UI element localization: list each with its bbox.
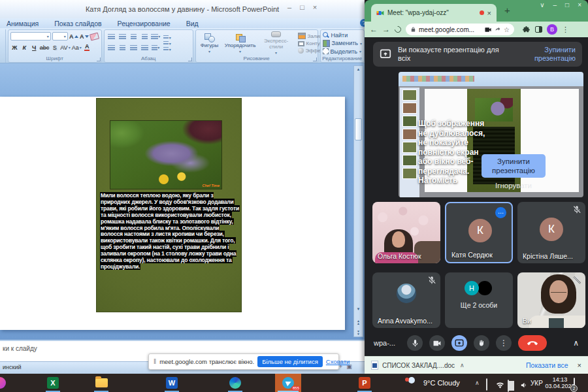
grow-font-button[interactable]: A <box>69 32 78 41</box>
present-button-active[interactable] <box>451 335 467 351</box>
share-icon[interactable] <box>495 26 501 33</box>
downloaded-file-name[interactable]: СПИСОК ЗАКЛАД....doc <box>382 362 455 369</box>
italic-button[interactable]: К <box>20 44 29 52</box>
participant-tile-katia[interactable]: К ⋯ Катя Сердюк <box>445 202 513 263</box>
hide-share-bar-link[interactable]: Сховати <box>326 358 350 365</box>
dialog-launcher-icon[interactable] <box>188 57 192 61</box>
taskbar-powerpoint-icon[interactable]: P <box>355 374 374 392</box>
downloads-bar-close-icon[interactable]: × <box>578 361 581 369</box>
side-panel-icon[interactable] <box>535 26 542 33</box>
taskbar-word-icon[interactable]: W <box>163 374 181 392</box>
character-spacing-button[interactable]: AV▾ <box>60 44 70 52</box>
new-tab-button[interactable]: + <box>504 5 510 16</box>
replace-button[interactable]: Заменить▾ <box>323 40 362 47</box>
scroll-up-icon[interactable]: ▲ <box>354 66 363 73</box>
dialog-launcher-icon[interactable] <box>313 57 317 61</box>
columns-button[interactable]: ▾ <box>151 44 161 52</box>
dialog-launcher-icon[interactable] <box>97 57 101 61</box>
select-button[interactable]: Выделить▾ <box>323 48 362 55</box>
chrome-minimize-button[interactable]: – <box>553 1 557 8</box>
clear-formatting-button[interactable] <box>90 32 99 41</box>
text-shadow-button[interactable]: S <box>50 44 59 52</box>
taskbar-excel-icon[interactable]: X <box>44 374 62 392</box>
justify-button[interactable] <box>140 44 150 52</box>
collapse-controls-icon[interactable]: ∧ <box>573 338 579 348</box>
shapes-button[interactable]: Фигуры ▾ <box>198 31 221 55</box>
device-icon[interactable] <box>486 379 487 391</box>
font-color-button[interactable]: A <box>83 44 91 52</box>
ppt-maximize-button[interactable]: □ <box>300 3 304 11</box>
font-size-combo[interactable]: ▾ <box>52 32 68 41</box>
battery-icon[interactable] <box>508 380 509 392</box>
arrange-button[interactable]: Упорядочить ▾ <box>224 31 257 55</box>
increase-indent-button[interactable] <box>140 33 150 41</box>
ppt-tab-review[interactable]: Рецензирование <box>118 20 171 27</box>
ppt-tab-view[interactable]: Вид <box>186 20 199 27</box>
keyboard-language[interactable]: УКР <box>531 380 543 387</box>
ppt-tab-animation[interactable]: Анимация <box>7 20 39 27</box>
notification-center-icon[interactable]: 2 <box>574 378 575 390</box>
numbering-button[interactable] <box>118 33 127 41</box>
shrink-font-button[interactable]: A <box>80 32 89 41</box>
mic-button[interactable] <box>407 335 423 351</box>
taskbar-app-browser-icon[interactable] <box>0 377 6 389</box>
volume-icon[interactable] <box>520 380 527 391</box>
scroll-down-icon[interactable]: ▼ <box>354 306 363 313</box>
participant-tile-anna[interactable]: Anna Avvakymo... <box>372 272 440 328</box>
next-slide-button[interactable]: ▼▼ <box>354 330 363 335</box>
download-options-icon[interactable]: ∧ <box>460 362 465 368</box>
ppt-minimize-button[interactable]: – <box>287 3 291 11</box>
ppt-close-button[interactable]: × <box>313 3 317 11</box>
ppt-vertical-scrollbar[interactable]: ▲ ▼ ▲▲ ▼▼ <box>353 65 363 337</box>
align-left-button[interactable] <box>106 44 116 52</box>
shared-screen-preview[interactable]: Щоб зображення не дублювалося, не показу… <box>399 72 583 197</box>
previous-slide-button[interactable]: ▲▲ <box>354 319 363 325</box>
slide-canvas[interactable]: Chef Time Мили волосся теплою водою, яку… <box>0 97 345 330</box>
align-center-button[interactable] <box>118 44 127 52</box>
ignore-link[interactable]: Ігнорувати <box>482 182 546 189</box>
ppt-tab-slideshow[interactable]: Показ слайдов <box>54 20 101 27</box>
align-right-button[interactable] <box>129 44 139 52</box>
wifi-icon[interactable] <box>496 380 504 391</box>
extensions-puzzle-icon[interactable] <box>523 25 531 33</box>
forward-icon[interactable]: → <box>382 25 390 33</box>
reload-icon[interactable] <box>393 25 402 34</box>
participant-tile-you[interactable]: Ви <box>517 272 585 328</box>
tile-options-icon[interactable]: ⋯ <box>495 207 506 218</box>
smartart-button[interactable]: ▾ <box>163 46 175 52</box>
align-text-button[interactable]: ▾ <box>163 41 175 46</box>
back-icon[interactable]: ← <box>370 25 378 33</box>
tray-overflow-icon[interactable]: ∧ <box>475 380 480 386</box>
font-name-combo[interactable]: ▾ <box>10 32 51 41</box>
bullets-button[interactable] <box>106 33 116 41</box>
quick-styles-button[interactable]: Экспресс-стили ▾ <box>259 31 293 55</box>
raise-hand-button[interactable] <box>474 335 489 351</box>
strikethrough-button[interactable]: abc <box>40 44 50 52</box>
participant-tile-olga[interactable]: Ольга Костюк <box>372 202 440 263</box>
decrease-indent-button[interactable] <box>129 33 139 41</box>
underline-button[interactable]: Ч <box>30 44 39 52</box>
weather-text[interactable]: 9°C Cloudy <box>423 379 460 387</box>
show-all-downloads-link[interactable]: Показати все <box>526 361 568 369</box>
camera-button[interactable] <box>429 335 445 351</box>
text-direction-button[interactable]: ▾ <box>163 35 175 40</box>
change-case-button[interactable]: Aa▾ <box>72 44 82 52</box>
scrollbar-thumb[interactable] <box>355 118 362 140</box>
browser-tab[interactable]: Meet: "wpa-ydaj-ozz" × <box>371 4 497 22</box>
stop-presenting-link[interactable]: Зупинити презентацію <box>515 46 576 63</box>
slide-body-textbox[interactable]: Мили волосся теплою водою, яку брали з п… <box>100 193 241 270</box>
profile-avatar[interactable]: B <box>547 24 557 35</box>
line-spacing-button[interactable]: ▾ <box>151 33 161 41</box>
tab-close-icon[interactable]: × <box>487 9 491 17</box>
chrome-close-button[interactable]: × <box>578 1 581 8</box>
herbs-photo[interactable]: Chef Time <box>110 120 222 189</box>
stop-presentation-button[interactable]: Зупинити презентацію <box>482 154 546 178</box>
bookmark-star-icon[interactable]: ☆ <box>504 26 510 33</box>
browser-menu-icon[interactable]: ⋮ <box>562 25 569 34</box>
end-call-button[interactable] <box>518 335 547 351</box>
chrome-tab-search-icon[interactable]: ∨ <box>540 1 544 8</box>
participant-tile-others[interactable]: H Ще 2 особи <box>445 272 513 328</box>
taskbar-edge-icon[interactable] <box>226 374 244 392</box>
ppt-titlebar[interactable]: Катя Догляд за волоссям у давнину - Micr… <box>0 0 365 19</box>
bold-button[interactable]: Ж <box>10 44 19 52</box>
